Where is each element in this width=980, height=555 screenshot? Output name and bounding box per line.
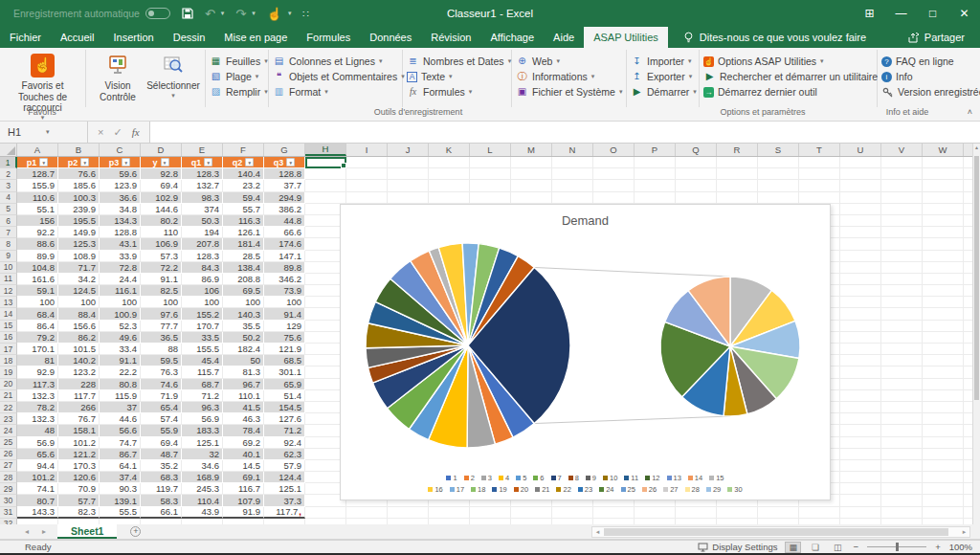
cell[interactable]: 92.9 — [17, 366, 58, 378]
cell[interactable] — [470, 168, 511, 180]
cell-partial[interactable] — [964, 449, 972, 460]
cell[interactable]: 123.2 — [58, 366, 100, 378]
maximize-icon[interactable]: □ — [917, 0, 948, 27]
cell[interactable]: 59.5 — [141, 355, 182, 366]
cell[interactable]: 72.2 — [141, 262, 182, 274]
legend-item[interactable]: 19 — [492, 485, 506, 494]
row-header-5[interactable]: 5 — [0, 204, 17, 215]
cell[interactable]: 116.3 — [223, 215, 264, 227]
cell[interactable]: 45.4 — [182, 355, 223, 366]
cell[interactable]: 168.9 — [182, 472, 223, 483]
exporter-button[interactable]: ↥Exporter▾ — [631, 71, 697, 82]
column-header-N[interactable]: N — [552, 144, 593, 156]
cell[interactable]: 239.9 — [58, 204, 100, 215]
cell[interactable]: 128.8 — [264, 168, 305, 180]
cell[interactable] — [923, 180, 964, 191]
cell-partial[interactable] — [964, 413, 972, 425]
cell[interactable] — [717, 507, 758, 519]
normal-view-button[interactable]: ▦ — [786, 543, 800, 552]
row-header-30[interactable]: 30 — [0, 495, 17, 506]
column-header-R[interactable]: R — [717, 144, 758, 156]
cell[interactable]: 125.3 — [58, 238, 100, 250]
cell[interactable] — [346, 157, 388, 168]
cell[interactable] — [923, 308, 964, 320]
legend-item[interactable]: 10 — [603, 474, 617, 482]
cell[interactable]: 91.9 — [223, 507, 264, 519]
tab-mise-en-page[interactable]: Mise en page — [214, 27, 297, 48]
column-header-S[interactable]: S — [758, 144, 799, 156]
cell[interactable]: 100 — [100, 297, 141, 308]
cell[interactable] — [923, 332, 964, 344]
cell[interactable]: 149.9 — [58, 227, 100, 238]
cell-partial[interactable] — [964, 507, 972, 519]
cell[interactable] — [799, 180, 840, 191]
cell[interactable] — [840, 355, 881, 366]
cell[interactable] — [799, 192, 840, 204]
cell[interactable]: 108.9 — [58, 251, 100, 262]
row-header-14[interactable]: 14 — [0, 308, 17, 320]
cell[interactable] — [881, 215, 923, 227]
cell[interactable]: 117.3 — [17, 379, 58, 390]
cell[interactable]: 126.1 — [223, 227, 264, 238]
cell[interactable]: 66.1 — [141, 507, 182, 519]
cell[interactable] — [923, 215, 964, 227]
table-header-q2[interactable]: q2▾ — [223, 157, 264, 168]
cell[interactable]: 86.9 — [182, 274, 223, 285]
column-header-I[interactable]: I — [346, 144, 388, 156]
cell[interactable]: 161.6 — [17, 274, 58, 285]
legend-item[interactable]: 8 — [568, 474, 579, 482]
cell[interactable]: 124.4 — [264, 472, 305, 483]
cell[interactable] — [840, 507, 881, 519]
cell-partial[interactable] — [964, 344, 972, 355]
cell[interactable]: 386.2 — [264, 204, 305, 215]
cell-partial[interactable] — [964, 355, 972, 366]
importer-button[interactable]: ↧Importer▾ — [631, 56, 697, 67]
cell[interactable]: 33.9 — [100, 251, 141, 262]
column-header-M[interactable]: M — [511, 144, 552, 156]
cell[interactable] — [923, 437, 964, 449]
cell[interactable]: 100 — [58, 297, 100, 308]
tab-accueil[interactable]: Accueil — [51, 27, 103, 48]
informations-button[interactable]: ⓘInformations▾ — [516, 71, 622, 82]
cell[interactable] — [923, 483, 964, 495]
cell-partial[interactable] — [964, 495, 972, 506]
cell[interactable] — [799, 168, 840, 180]
share-button[interactable]: Partager — [908, 27, 980, 48]
row-header-26[interactable]: 26 — [0, 449, 17, 460]
cell[interactable] — [840, 180, 881, 191]
cell[interactable]: 59.4 — [223, 192, 264, 204]
cell[interactable] — [840, 390, 881, 402]
cell-partial[interactable] — [964, 157, 972, 168]
vertical-scrollbar-thumb[interactable] — [974, 156, 979, 400]
cell[interactable]: 100.3 — [58, 192, 100, 204]
legend-item[interactable]: 29 — [706, 485, 721, 494]
legend-item[interactable]: 24 — [599, 485, 613, 494]
cell-partial[interactable] — [964, 297, 972, 308]
cell[interactable] — [593, 507, 635, 519]
cell[interactable]: 51.4 — [264, 390, 305, 402]
cell[interactable]: 124.5 — [58, 285, 100, 297]
cell[interactable]: 50.3 — [182, 215, 223, 227]
cell[interactable]: 77.7 — [141, 321, 182, 332]
cell[interactable]: 50.2 — [223, 332, 264, 344]
cell[interactable] — [840, 483, 881, 495]
prev-sheet-icon[interactable]: ◂ — [25, 527, 29, 536]
cell[interactable] — [923, 366, 964, 378]
fichier-systeme-button[interactable]: ▣Fichier et Système▾ — [516, 86, 622, 98]
name-box-dropdown-icon[interactable]: ▾ — [46, 128, 50, 136]
legend-item[interactable]: 9 — [586, 474, 596, 482]
cell[interactable] — [635, 157, 676, 168]
row-header-7[interactable]: 7 — [0, 227, 17, 238]
cell[interactable]: 78.2 — [17, 402, 58, 413]
faq-button[interactable]: ?FAQ en ligne — [881, 56, 980, 67]
column-header-O[interactable]: O — [593, 144, 635, 156]
cell[interactable] — [840, 344, 881, 355]
tab-dessin[interactable]: Dessin — [164, 27, 215, 48]
cell[interactable] — [388, 192, 429, 204]
demarrer-button[interactable]: ▶Démarrer▾ — [631, 86, 697, 98]
enter-icon[interactable]: ✓ — [113, 126, 122, 139]
cell[interactable]: 69.4 — [141, 180, 182, 191]
cell[interactable] — [923, 413, 964, 425]
row-header-16[interactable]: 16 — [0, 332, 17, 344]
cell[interactable]: 76.3 — [141, 366, 182, 378]
